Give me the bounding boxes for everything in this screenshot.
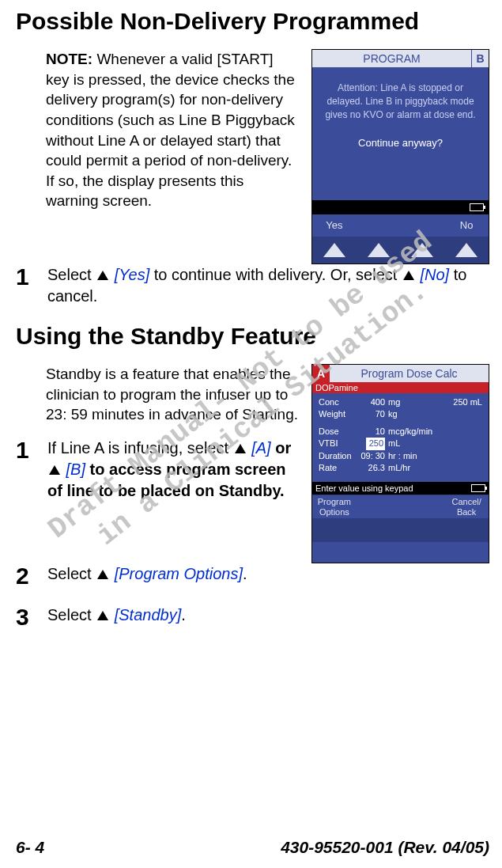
device2-drug-name: DOPamine <box>312 382 489 393</box>
page-number: 6- 4 <box>16 838 44 857</box>
ref-program-options: [Program Options] <box>115 565 243 582</box>
ref-no: [No] <box>420 266 449 283</box>
step-number: 3 <box>16 605 36 630</box>
doc-reference: 430-95520-001 (Rev. 04/05) <box>281 838 489 857</box>
device2-values: Conc400mg250 mL Weight70kg Dose10mcg/kg/… <box>312 393 489 476</box>
device1-softkey-labels: Yes No <box>312 214 489 237</box>
triangle-up-icon <box>323 243 345 257</box>
softkey-no-label: No <box>444 214 489 237</box>
softkey-yes-label: Yes <box>312 214 357 237</box>
note-paragraph: NOTE: Whenever a valid [START] key is pr… <box>46 49 300 211</box>
softkey-program-options-label: ProgramOptions <box>312 495 357 518</box>
triangle-up-icon <box>97 271 108 280</box>
softkey-cancel-back-label: Cancel/Back <box>444 495 489 518</box>
section1-step1: 1 Select [Yes] to continue with delivery… <box>16 264 489 307</box>
device1-continue-prompt: Continue anyway? <box>312 137 489 149</box>
ref-yes: [Yes] <box>115 266 149 283</box>
softkey-3[interactable] <box>401 237 445 263</box>
triangle-up-icon <box>368 243 390 257</box>
device2-softkey-row <box>312 518 489 542</box>
step-number: 1 <box>16 438 36 502</box>
heading-non-delivery: Possible Non-Delivery Programmed <box>16 8 489 35</box>
softkey-3[interactable] <box>401 518 445 542</box>
device-screen-warning: PROGRAM B Attention: Line A is stopped o… <box>311 49 489 264</box>
softkey-2[interactable] <box>357 237 401 263</box>
device1-status-bar <box>312 200 489 214</box>
section2-step2: 2 Select [Program Options]. <box>16 563 489 589</box>
device2-prompt: Enter value using keypad <box>312 482 489 495</box>
section2-step1: 1 If Line A is infusing, select [A] or [… <box>16 438 300 502</box>
softkey-2[interactable] <box>357 518 401 542</box>
device1-attention-msg: Attention: Line A is stopped or delayed.… <box>312 67 489 127</box>
heading-standby: Using the Standby Feature <box>16 323 489 350</box>
device1-title: PROGRAM <box>312 52 471 65</box>
triangle-up-icon <box>97 611 108 620</box>
device2-title: Program Dose Calc <box>330 367 489 380</box>
softkey-4[interactable] <box>444 518 489 542</box>
vtbi-highlight[interactable]: 250 <box>366 438 385 449</box>
standby-intro: Standby is a feature that enables the cl… <box>46 364 300 425</box>
triangle-up-icon <box>235 444 246 453</box>
step-number: 2 <box>16 563 36 589</box>
softkey-1[interactable] <box>312 237 357 263</box>
triangle-up-icon <box>411 243 433 257</box>
triangle-up-icon <box>49 465 60 475</box>
triangle-up-icon <box>455 243 477 257</box>
device2-line-badge: A <box>312 365 330 382</box>
device1-header: PROGRAM B <box>312 50 489 67</box>
device2-header: A Program Dose Calc <box>312 365 489 382</box>
ref-a: [A] <box>251 439 270 457</box>
battery-icon <box>470 203 484 211</box>
device-screen-dose-calc: A Program Dose Calc DOPamine Conc400mg25… <box>311 364 489 563</box>
device2-softkey-labels: ProgramOptions Cancel/Back <box>312 495 489 518</box>
ref-standby: [Standby] <box>115 606 182 624</box>
softkey-1[interactable] <box>312 518 357 542</box>
step-number: 1 <box>16 264 36 307</box>
softkey-4[interactable] <box>444 237 489 263</box>
triangle-up-icon <box>97 570 108 579</box>
section2-step3: 3 Select [Standby]. <box>16 605 489 630</box>
battery-icon <box>471 484 485 492</box>
device1-line-badge: B <box>471 50 489 67</box>
device1-softkey-row <box>312 237 489 263</box>
triangle-up-icon <box>403 271 414 280</box>
ref-b: [B] <box>66 461 85 478</box>
page-footer: 6- 4 430-95520-001 (Rev. 04/05) <box>16 838 489 857</box>
